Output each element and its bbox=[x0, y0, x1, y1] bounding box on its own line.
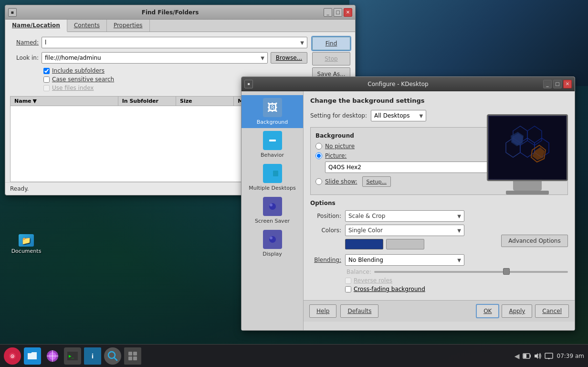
kdesktop-section-title: Change the background settings bbox=[310, 97, 568, 104]
setting-for-label: Setting for desktop: bbox=[310, 112, 367, 119]
ok-label: OK bbox=[483, 308, 492, 314]
setting-for-combo[interactable]: All Desktops ▼ bbox=[371, 110, 426, 121]
monitor-stand bbox=[487, 181, 568, 194]
blending-row: Blending: No Blending ▼ bbox=[310, 254, 568, 266]
apply-button[interactable]: Apply bbox=[502, 304, 532, 318]
secondary-color-swatch[interactable] bbox=[386, 239, 424, 249]
kdesktop-sidebar: 🖼 Background Behavior Multiple Desktops bbox=[242, 91, 304, 330]
kdesktop-window-controls: _ □ ✕ bbox=[543, 80, 572, 88]
blending-combo[interactable]: No Blending ▼ bbox=[345, 254, 464, 266]
ok-button[interactable]: OK bbox=[476, 304, 499, 318]
find-button[interactable]: Find bbox=[312, 37, 350, 50]
taskbar-left: ⊙ ▶_ bbox=[4, 347, 141, 365]
defaults-button[interactable]: Defaults bbox=[340, 304, 378, 318]
find-dialog-menu-btn[interactable]: ▪ bbox=[8, 8, 17, 17]
svg-rect-38 bbox=[530, 355, 531, 357]
balance-slider[interactable] bbox=[374, 271, 568, 273]
taskbar-apps-icon[interactable] bbox=[124, 347, 141, 365]
sidebar-item-behavior[interactable]: Behavior bbox=[242, 128, 303, 161]
cancel-button[interactable]: Cancel bbox=[535, 304, 569, 318]
kdesktop-footer: Help Defaults OK Apply Cancel bbox=[304, 300, 575, 322]
col-size-label: Size bbox=[180, 98, 192, 104]
find-btn-label: Find bbox=[326, 40, 337, 47]
desktop-documents-icon[interactable]: 📁 Documents bbox=[10, 234, 43, 254]
setup-btn[interactable]: Setup... bbox=[362, 176, 391, 187]
taskbar-clock[interactable]: 07:39 am bbox=[557, 353, 584, 359]
preview-area bbox=[487, 114, 568, 194]
kdesktop-main-content: Change the background settings Setting f… bbox=[304, 91, 575, 300]
cross-fading-checkbox[interactable] bbox=[345, 286, 351, 292]
svg-point-6 bbox=[270, 204, 273, 206]
sidebar-item-display[interactable]: Display bbox=[242, 227, 303, 260]
help-button[interactable]: Help bbox=[309, 304, 336, 318]
taskbar-terminal-icon[interactable]: ▶_ bbox=[64, 347, 81, 365]
kdesktop-close-btn[interactable]: ✕ bbox=[563, 80, 572, 88]
monitor-stand-base bbox=[506, 191, 549, 194]
blending-label: Blending: bbox=[310, 257, 341, 263]
sidebar-multidesktop-label: Multiple Desktops bbox=[249, 185, 295, 191]
kdesktop-minimize-btn[interactable]: _ bbox=[543, 80, 552, 88]
taskbar: ⊙ ▶_ bbox=[0, 344, 588, 367]
sidebar-item-screensaver[interactable]: Screen Saver bbox=[242, 194, 303, 227]
defaults-label: Defaults bbox=[347, 308, 371, 314]
named-row: Named: l ▼ bbox=[10, 37, 307, 48]
named-combo[interactable]: l ▼ bbox=[42, 37, 307, 48]
colors-combo[interactable]: Single Color ▼ bbox=[345, 225, 464, 236]
picture-radio[interactable] bbox=[315, 152, 322, 159]
volume-icon bbox=[534, 353, 542, 359]
find-dialog-minimize-btn[interactable]: _ bbox=[324, 8, 332, 17]
kdesktop-titlebar[interactable]: ▪ Configure - KDesktop _ □ ✕ bbox=[242, 77, 575, 91]
battery-icon bbox=[523, 353, 531, 359]
monitor-stand-neck bbox=[513, 181, 542, 191]
taskbar-app-menu-icon[interactable]: ⊙ bbox=[4, 347, 21, 365]
taskbar-sys-icons: ◀ bbox=[514, 352, 553, 360]
no-picture-radio[interactable] bbox=[315, 143, 322, 150]
include-subfolders-label: Include subfolders bbox=[52, 67, 105, 74]
kdesktop-menu-btn[interactable]: ▪ bbox=[244, 80, 253, 88]
col-in-subfolder[interactable]: In Subfolder bbox=[118, 97, 176, 106]
position-row: Position: Scale & Crop ▼ bbox=[310, 210, 568, 222]
taskbar-arrow-icon[interactable]: ◀ bbox=[514, 352, 520, 360]
taskbar-search-icon[interactable] bbox=[104, 347, 121, 365]
svg-text:i: i bbox=[92, 353, 94, 360]
find-dialog-window-controls: _ □ ✕ bbox=[324, 8, 352, 17]
footer-right-btns: OK Apply Cancel bbox=[476, 304, 569, 318]
taskbar-browser-icon[interactable] bbox=[44, 347, 61, 365]
preview-monitor bbox=[487, 114, 568, 181]
primary-color-swatch[interactable] bbox=[345, 239, 383, 249]
sidebar-item-background[interactable]: 🖼 Background bbox=[242, 95, 303, 128]
position-combo[interactable]: Scale & Crop ▼ bbox=[345, 210, 464, 222]
tab-contents[interactable]: Contents bbox=[67, 20, 107, 32]
find-dialog-close-btn[interactable]: ✕ bbox=[344, 8, 352, 17]
tab-name-location[interactable]: Name/Location bbox=[5, 20, 67, 32]
slideshow-radio[interactable] bbox=[315, 178, 322, 185]
browse-button[interactable]: Browse... bbox=[271, 52, 307, 64]
kdesktop-maximize-btn[interactable]: □ bbox=[553, 80, 562, 88]
taskbar-filemanager-icon[interactable] bbox=[24, 347, 41, 365]
find-dialog-title: Find Files/Folders bbox=[17, 9, 324, 16]
svg-rect-33 bbox=[128, 352, 132, 356]
find-dialog-titlebar[interactable]: ▪ Find Files/Folders _ □ ✕ bbox=[5, 5, 355, 20]
picture-value: Q4OS Hex2 bbox=[328, 164, 361, 171]
col-size[interactable]: Size bbox=[176, 97, 234, 106]
colors-arrow: ▼ bbox=[457, 228, 461, 233]
tab-properties[interactable]: Properties bbox=[107, 20, 150, 32]
background-icon: 🖼 bbox=[263, 98, 282, 117]
kdesktop-main-area: Change the background settings Setting f… bbox=[304, 91, 575, 330]
named-value: l bbox=[45, 39, 46, 46]
position-arrow: ▼ bbox=[457, 214, 461, 219]
advanced-options-btn[interactable]: Advanced Options bbox=[501, 235, 568, 247]
col-name[interactable]: Name ▼ bbox=[10, 97, 118, 106]
case-sensitive-checkbox[interactable] bbox=[43, 76, 50, 83]
cross-fading-label: Cross-fading background bbox=[354, 286, 425, 292]
balance-slider-handle[interactable] bbox=[503, 268, 510, 275]
include-subfolders-checkbox[interactable] bbox=[43, 68, 50, 74]
find-dialog-maximize-btn[interactable]: □ bbox=[334, 8, 342, 17]
look-in-combo[interactable]: file:///home/adminu ▼ bbox=[42, 52, 268, 64]
apps-icon-tb bbox=[127, 351, 138, 361]
sidebar-item-multidesktop[interactable]: Multiple Desktops bbox=[242, 161, 303, 194]
stop-button[interactable]: Stop bbox=[312, 52, 350, 65]
slideshow-label: Slide show: bbox=[325, 178, 357, 185]
look-in-arrow: ▼ bbox=[261, 55, 264, 61]
taskbar-info-icon[interactable]: i bbox=[84, 347, 101, 365]
